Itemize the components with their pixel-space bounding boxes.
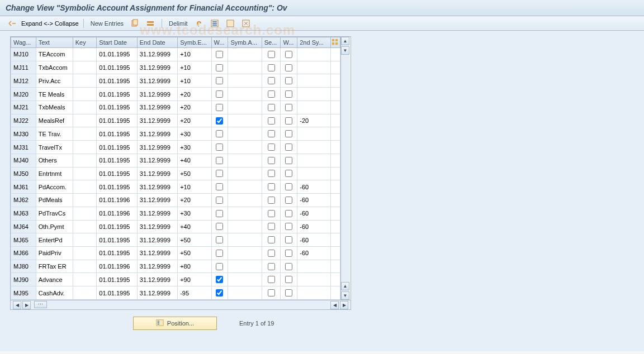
table-row[interactable]: MJ90 Advance 01.01.1995 31.12.9999 +90 [11,273,340,286]
cell-2nd-sy[interactable] [297,74,331,88]
cell-text[interactable]: Oth.Pymt [36,220,73,233]
col-header-start-date[interactable]: Start Date [97,37,137,48]
checkbox-se[interactable] [268,250,275,257]
checkbox-se[interactable] [268,263,275,270]
cell-2nd-sy[interactable]: -60 [297,247,331,260]
cell-end-date[interactable]: 31.12.9999 [137,141,177,154]
cell-wag[interactable]: MJ66 [11,247,36,260]
table-row[interactable]: MJ80 FRTax ER 01.01.1996 31.12.9999 +80 [11,260,340,273]
checkbox-w1[interactable] [216,250,223,257]
horizontal-scrollbar[interactable]: ◀ ▶ ⋯ ◀ ▶ [11,300,351,309]
cell-symb-e[interactable]: +20 [178,88,211,101]
cell-start-date[interactable]: 01.01.1996 [97,207,137,220]
checkbox-se[interactable] [268,117,275,125]
table-row[interactable]: MJ40 Others 01.01.1995 31.12.9999 +40 [11,154,340,167]
cell-w2[interactable] [281,141,297,154]
cell-symb-e[interactable]: +50 [178,247,211,260]
cell-se[interactable] [262,233,281,247]
scroll-right-button[interactable]: ▶ [22,301,31,309]
checkbox-w1[interactable] [216,183,223,190]
cell-symb-e[interactable]: +50 [178,233,211,247]
cell-symb-e[interactable]: +10 [178,180,211,194]
cell-symb-a[interactable] [228,48,262,61]
cell-symb-e[interactable]: +20 [178,101,211,114]
cell-start-date[interactable]: 01.01.1995 [97,127,137,141]
cell-w2[interactable] [281,220,297,233]
cell-w2[interactable] [281,286,297,300]
cell-symb-e[interactable]: +40 [178,154,211,167]
cell-key[interactable] [73,194,97,207]
cell-start-date[interactable]: 01.01.1995 [97,114,137,127]
checkbox-w1[interactable] [216,289,223,296]
checkbox-se[interactable] [268,183,275,190]
cell-key[interactable] [73,273,97,286]
cell-symb-e[interactable]: -95 [178,286,211,300]
col-header-se[interactable]: Se... [262,37,281,48]
col-header-symb-e[interactable]: Symb.E... [178,37,211,48]
cell-text[interactable]: Priv.Acc [36,74,73,88]
table-row[interactable]: MJ95 CashAdv. 01.01.1995 31.12.9999 -95 [11,286,340,300]
cell-wag[interactable]: MJ22 [11,114,36,127]
cell-w2[interactable] [281,260,297,273]
checkbox-se[interactable] [268,197,275,204]
cell-symb-e[interactable]: +30 [178,127,211,141]
checkbox-w2[interactable] [285,157,292,164]
cell-w1[interactable] [211,154,228,167]
cell-wag[interactable]: MJ61 [11,180,36,194]
checkbox-w2[interactable] [285,210,292,217]
checkbox-w1[interactable] [216,77,223,84]
cell-wag[interactable]: MJ12 [11,74,36,88]
scroll-up-button[interactable]: ▲ [341,37,349,45]
checkbox-se[interactable] [268,210,275,217]
cell-symb-e[interactable]: +30 [178,207,211,220]
cell-start-date[interactable]: 01.01.1995 [97,101,137,114]
checkbox-w2[interactable] [285,276,292,283]
col-header-w1[interactable]: W... [211,37,228,48]
cell-se[interactable] [262,167,281,180]
cell-end-date[interactable]: 31.12.9999 [137,127,177,141]
cell-2nd-sy[interactable] [297,127,331,141]
cell-start-date[interactable]: 01.01.1995 [97,247,137,260]
cell-w2[interactable] [281,273,297,286]
cell-w2[interactable] [281,61,297,74]
cell-start-date[interactable]: 01.01.1995 [97,74,137,88]
table-row[interactable]: MJ63 PdTravCs 01.01.1996 31.12.9999 +30 … [11,207,340,220]
checkbox-se[interactable] [268,51,275,58]
col-header-end-date[interactable]: End Date [137,37,177,48]
cell-wag[interactable]: MJ80 [11,260,36,273]
cell-start-date[interactable]: 01.01.1995 [97,180,137,194]
cell-2nd-sy[interactable] [297,286,331,300]
checkbox-se[interactable] [268,276,275,283]
cell-start-date[interactable]: 01.01.1995 [97,233,137,247]
cell-end-date[interactable]: 31.12.9999 [137,233,177,247]
cell-wag[interactable]: MJ65 [11,233,36,247]
checkbox-w2[interactable] [285,263,292,270]
cell-symb-e[interactable]: +30 [178,141,211,154]
cell-2nd-sy[interactable]: -60 [297,194,331,207]
checkbox-se[interactable] [268,143,275,151]
scroll-down-button[interactable]: ▼ [341,46,349,55]
checkbox-w2[interactable] [285,197,292,204]
cell-2nd-sy[interactable] [297,273,331,286]
cell-end-date[interactable]: 31.12.9999 [137,114,177,127]
cell-se[interactable] [262,194,281,207]
cell-end-date[interactable]: 31.12.9999 [137,167,177,180]
cell-symb-a[interactable] [228,180,262,194]
cell-w2[interactable] [281,194,297,207]
checkbox-se[interactable] [268,223,275,230]
cell-2nd-sy[interactable] [297,167,331,180]
cell-w1[interactable] [211,247,228,260]
checkbox-w1[interactable] [216,276,223,283]
col-header-wag[interactable]: Wag... [11,37,36,48]
checkbox-w2[interactable] [285,183,292,190]
checkbox-w2[interactable] [285,90,292,98]
cell-text[interactable]: TE Trav. [36,127,73,141]
cell-symb-e[interactable]: +20 [178,114,211,127]
cell-2nd-sy[interactable]: -60 [297,220,331,233]
cell-wag[interactable]: MJ40 [11,154,36,167]
col-header-config[interactable] [330,37,340,48]
cell-symb-a[interactable] [228,127,262,141]
checkbox-w1[interactable] [216,170,223,177]
cell-wag[interactable]: MJ64 [11,220,36,233]
cell-symb-a[interactable] [228,260,262,273]
